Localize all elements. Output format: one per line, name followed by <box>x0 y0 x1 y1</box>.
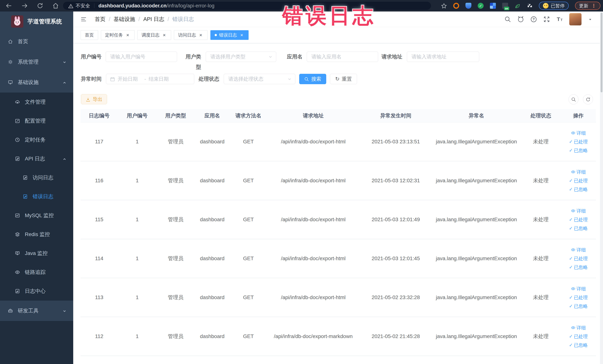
tab-2[interactable]: 调度日志× <box>137 30 171 40</box>
cell-id: 117 <box>81 139 118 145</box>
search-button[interactable]: 搜索 <box>299 74 326 84</box>
sidebar-item-job[interactable]: 定时任务 <box>0 130 73 149</box>
sidebar-item-infra[interactable]: 基础设施 <box>0 72 73 93</box>
action-processed-link[interactable]: ✓已处理 <box>569 333 588 340</box>
tab-4[interactable]: 错误日志× <box>210 30 249 40</box>
cell-operations: 详细✓已处理✓已忽略 <box>561 208 596 231</box>
chevdown-icon <box>287 77 292 82</box>
extension-grid-icon[interactable] <box>490 3 496 9</box>
sidebar-item-java[interactable]: Java 监控 <box>0 244 73 263</box>
search-toggle-button[interactable] <box>568 94 579 104</box>
tab-close-icon[interactable]: × <box>125 33 130 38</box>
extension-on-badge-icon[interactable] <box>502 3 508 9</box>
fullscreen-icon[interactable] <box>543 16 550 23</box>
action-ignored-link[interactable]: ✓已忽略 <box>569 186 588 192</box>
user-type-select[interactable]: 请选择用户类型 <box>206 52 276 62</box>
sidebar-item-access-log[interactable]: 访问日志 <box>0 168 73 187</box>
sidebar-item-file[interactable]: 文件管理 <box>0 93 73 111</box>
tab-close-icon[interactable]: × <box>162 33 167 38</box>
tab-close-icon[interactable]: × <box>198 33 203 38</box>
app-logo-row[interactable]: 芋道管理系统 <box>0 12 73 31</box>
cell-app: dashboard <box>195 333 230 339</box>
sidebar-item-trace[interactable]: 链路追踪 <box>0 263 73 282</box>
cell-app: dashboard <box>195 294 230 300</box>
action-processed-link[interactable]: ✓已处理 <box>569 217 588 223</box>
app-name-input[interactable] <box>307 52 378 62</box>
paused-extension-badge[interactable]: 已暂停 <box>539 2 569 10</box>
breadcrumb-infra[interactable]: 基础设施 <box>114 16 135 23</box>
action-processed-link[interactable]: ✓已处理 <box>569 256 588 262</box>
cell-app: dashboard <box>195 139 230 145</box>
action-label: 已处理 <box>574 178 588 184</box>
extension-blue-icon[interactable] <box>465 3 471 9</box>
sidebar-item-redis[interactable]: Redis 监控 <box>0 225 73 244</box>
breadcrumb-api-log[interactable]: API 日志 <box>143 16 164 23</box>
sidebar-item-mysql[interactable]: MySQL 监控 <box>0 206 73 225</box>
tab-1[interactable]: 定时任务× <box>101 30 135 40</box>
breadcrumb-home[interactable]: 首页 <box>95 16 105 23</box>
browser-reload-button[interactable] <box>37 2 43 9</box>
sidebar-item-config[interactable]: 配置管理 <box>0 111 73 130</box>
process-status-select[interactable]: 请选择处理状态 <box>224 74 295 84</box>
extension-leaf-icon[interactable] <box>514 3 520 9</box>
address-bar[interactable]: 不安全 dashboard.yudao.iocoder.cn/infra/log… <box>63 2 431 10</box>
refresh-button[interactable] <box>583 94 593 104</box>
action-ignored-link[interactable]: ✓已忽略 <box>569 303 588 309</box>
reset-button[interactable]: ↻ 重置 <box>330 74 357 84</box>
browser-update-button[interactable]: 更新 ⋮ <box>575 2 600 10</box>
action-detail-link[interactable]: 详细 <box>571 208 586 214</box>
request-url-input[interactable] <box>407 52 479 62</box>
action-detail-link[interactable]: 详细 <box>571 130 586 136</box>
page-scrollbar[interactable] <box>600 12 603 364</box>
tab-close-icon[interactable]: × <box>239 33 244 38</box>
svg-text:T: T <box>557 16 560 22</box>
extension-green-check-icon[interactable]: ✓ <box>478 3 484 9</box>
action-detail-link[interactable]: 详细 <box>571 325 586 331</box>
sidebar-item-dev-tools[interactable]: 研发工具 <box>0 301 73 321</box>
avatar-dropdown-caret-icon[interactable] <box>588 16 593 22</box>
action-processed-link[interactable]: ✓已处理 <box>569 139 588 145</box>
action-processed-link[interactable]: ✓已处理 <box>569 294 588 301</box>
action-detail-link[interactable]: 详细 <box>571 169 586 175</box>
tab-3[interactable]: 访问日志× <box>174 30 208 40</box>
extensions-puzzle-icon[interactable] <box>527 3 533 9</box>
action-ignored-link[interactable]: ✓已忽略 <box>569 147 588 153</box>
sidebar-item-api-log[interactable]: API 日志 <box>0 149 73 168</box>
action-ignored-link[interactable]: ✓已忽略 <box>569 342 588 348</box>
sidebar-item-home[interactable]: 首页 <box>0 31 73 52</box>
calendar-icon <box>110 77 115 82</box>
action-detail-link[interactable]: 详细 <box>571 286 586 292</box>
github-icon <box>517 16 524 23</box>
browser-back-button[interactable] <box>6 2 12 9</box>
clock-icon <box>15 137 20 142</box>
tab-0[interactable]: 首页 <box>81 30 98 40</box>
date-range-picker[interactable]: 开始日期 - 结束日期 <box>106 74 194 84</box>
sidebar-item-system[interactable]: 系统管理 <box>0 52 73 72</box>
github-icon[interactable] <box>517 16 524 23</box>
font-size-icon[interactable]: TT <box>556 16 563 23</box>
user-avatar[interactable] <box>569 13 581 25</box>
export-button[interactable]: 导出 <box>81 94 107 104</box>
user-id-input[interactable] <box>106 52 177 62</box>
action-detail-link[interactable]: 详细 <box>571 247 586 253</box>
action-processed-link[interactable]: ✓已处理 <box>569 178 588 184</box>
app-header: 首页 / 基础设施 / API 日志 / 错误日志 ? TT <box>73 12 600 27</box>
hamburger-icon <box>80 16 87 23</box>
help-icon[interactable]: ? <box>530 16 537 23</box>
svg-text:T: T <box>561 18 563 22</box>
action-ignored-link[interactable]: ✓已忽略 <box>569 264 588 270</box>
sidebar-toggle-button[interactable] <box>80 16 87 23</box>
eyemini-icon <box>571 286 575 291</box>
sidebar-item-error-log[interactable]: 错误日志 <box>0 187 73 206</box>
action-ignored-link[interactable]: ✓已忽略 <box>569 225 588 231</box>
extension-orange-icon[interactable] <box>453 3 459 9</box>
scrollbar-thumb[interactable] <box>601 13 603 92</box>
browser-home-button[interactable] <box>52 2 59 9</box>
tab-label: 定时任务 <box>105 32 123 38</box>
header-search-icon[interactable] <box>504 16 511 23</box>
browser-menu-icon[interactable]: ⋮ <box>591 3 596 9</box>
browser-forward-button[interactable] <box>21 2 28 9</box>
sidebar-item-log-center[interactable]: 日志中心 <box>0 282 73 301</box>
user-type-label: 用户类型 <box>181 52 201 62</box>
bookmark-star-icon[interactable] <box>441 3 447 9</box>
